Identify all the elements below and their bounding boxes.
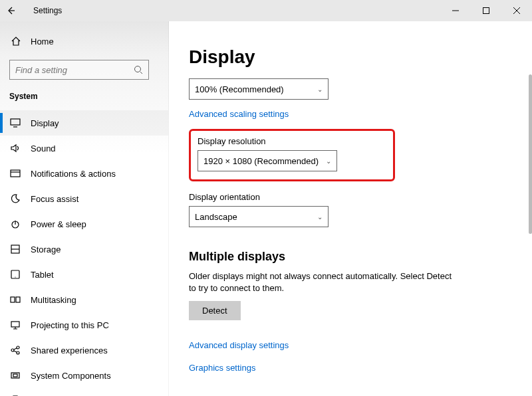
- shared-icon: [9, 345, 21, 355]
- nav-item-focus-assist[interactable]: Focus assist: [0, 186, 168, 211]
- nav-item-shared-experiences[interactable]: Shared experiences: [0, 338, 168, 363]
- multiple-displays-heading: Multiple displays: [189, 250, 512, 264]
- chevron-down-icon: ⌄: [326, 157, 331, 165]
- nav-item-notifications-actions[interactable]: Notifications & actions: [0, 161, 168, 186]
- nav-item-clipboard[interactable]: Clipboard: [0, 388, 168, 396]
- main-content: Display 100% (Recommended) ⌄ Advanced sc…: [169, 21, 532, 396]
- close-icon: [513, 7, 520, 14]
- svg-rect-9: [16, 297, 20, 302]
- close-button[interactable]: [501, 0, 532, 21]
- nav-item-display[interactable]: Display: [0, 110, 168, 136]
- category-title: System: [0, 86, 168, 110]
- nav-item-label: Display: [31, 118, 59, 128]
- arrow-left-icon: [6, 6, 15, 15]
- resolution-highlight: Display resolution 1920 × 1080 (Recommen…: [189, 129, 395, 181]
- svg-rect-8: [11, 297, 15, 302]
- moon-icon: [9, 193, 21, 204]
- nav-item-label: System Components: [31, 371, 111, 381]
- svg-rect-15: [13, 374, 17, 377]
- orientation-dropdown[interactable]: Landscape ⌄: [189, 206, 329, 227]
- project-icon: [9, 320, 21, 330]
- home-label: Home: [31, 37, 54, 47]
- scale-dropdown[interactable]: 100% (Recommended) ⌄: [189, 78, 329, 100]
- minimize-button[interactable]: [440, 0, 471, 21]
- chevron-down-icon: ⌄: [317, 213, 323, 221]
- nav-item-label: Shared experiences: [31, 346, 108, 355]
- nav-list: DisplaySoundNotifications & actionsFocus…: [0, 110, 168, 396]
- advanced-scaling-link[interactable]: Advanced scaling settings: [189, 109, 289, 119]
- maximize-button[interactable]: [471, 0, 501, 21]
- nav-item-label: Projecting to this PC: [31, 320, 109, 330]
- tablet-icon: [9, 269, 21, 280]
- minimize-icon: [452, 7, 459, 14]
- nav-item-label: Storage: [31, 245, 61, 254]
- svg-point-12: [17, 346, 19, 349]
- svg-point-1: [135, 66, 141, 72]
- maximize-icon: [483, 7, 489, 14]
- svg-rect-14: [11, 373, 19, 378]
- detect-button[interactable]: Detect: [189, 301, 241, 320]
- nav-item-label: Tablet: [31, 270, 54, 280]
- svg-point-13: [17, 351, 19, 354]
- nav-item-label: Sound: [31, 144, 56, 153]
- svg-rect-10: [11, 322, 19, 327]
- notifications-icon: [9, 168, 21, 179]
- multitasking-icon: [9, 294, 21, 305]
- search-input[interactable]: [9, 60, 149, 80]
- storage-icon: [9, 244, 21, 254]
- window-title: Settings: [33, 6, 62, 15]
- advanced-display-link[interactable]: Advanced display settings: [189, 340, 289, 350]
- nav-item-tablet[interactable]: Tablet: [0, 262, 168, 287]
- display-icon: [9, 118, 21, 128]
- nav-item-projecting-to-this-pc[interactable]: Projecting to this PC: [0, 312, 168, 338]
- nav-item-label: Power & sleep: [31, 219, 86, 229]
- sidebar: Home System DisplaySoundNotifications & …: [0, 21, 169, 396]
- nav-item-label: Multitasking: [31, 295, 76, 305]
- nav-item-sound[interactable]: Sound: [0, 136, 168, 161]
- nav-item-label: Notifications & actions: [31, 169, 116, 179]
- orientation-label: Display orientation: [189, 192, 512, 202]
- sound-icon: [9, 143, 21, 153]
- svg-rect-3: [11, 170, 20, 177]
- svg-point-7: [15, 276, 15, 277]
- graphics-settings-link[interactable]: Graphics settings: [189, 363, 255, 373]
- search-icon: [134, 65, 143, 74]
- scale-value: 100% (Recommended): [195, 84, 284, 94]
- resolution-label: Display resolution: [198, 136, 386, 146]
- components-icon: [9, 370, 21, 381]
- svg-rect-0: [483, 8, 489, 14]
- search-field[interactable]: [15, 65, 134, 75]
- nav-item-multitasking[interactable]: Multitasking: [0, 287, 168, 312]
- home-button[interactable]: Home: [0, 28, 168, 54]
- svg-point-11: [11, 349, 14, 351]
- home-icon: [11, 36, 21, 47]
- orientation-value: Landscape: [195, 212, 237, 222]
- power-icon: [9, 219, 21, 229]
- scrollbar[interactable]: [529, 74, 532, 234]
- nav-item-system-components[interactable]: System Components: [0, 363, 168, 388]
- chevron-down-icon: ⌄: [317, 86, 323, 93]
- svg-rect-2: [11, 119, 20, 125]
- nav-item-storage[interactable]: Storage: [0, 237, 168, 262]
- nav-item-label: Focus assist: [31, 194, 78, 204]
- titlebar: Settings: [0, 0, 532, 21]
- resolution-dropdown[interactable]: 1920 × 1080 (Recommended) ⌄: [198, 150, 337, 171]
- nav-item-power-sleep[interactable]: Power & sleep: [0, 211, 168, 237]
- multiple-displays-desc: Older displays might not always connect …: [189, 270, 455, 294]
- resolution-value: 1920 × 1080 (Recommended): [203, 156, 319, 166]
- page-title: Display: [189, 47, 512, 68]
- back-button[interactable]: [0, 0, 21, 21]
